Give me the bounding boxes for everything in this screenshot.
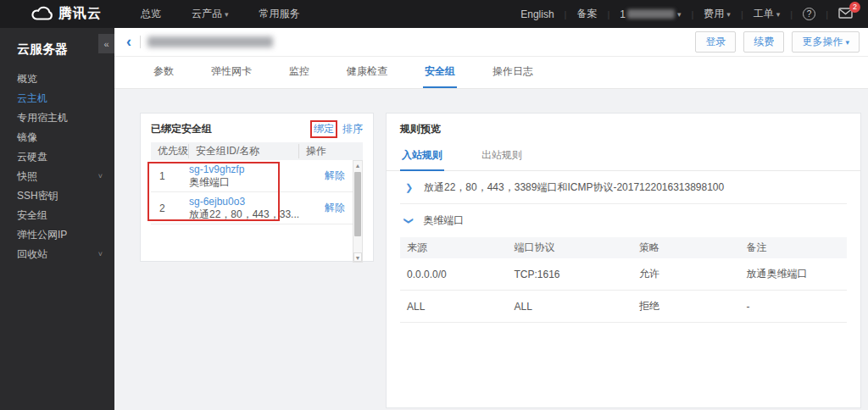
detail-tabs: 参数 弹性网卡 监控 健康检查 安全组 操作日志 <box>114 57 868 88</box>
sg-id-link[interactable]: sg-1v9ghzfp <box>189 163 244 175</box>
beian-link[interactable]: 备案 <box>576 7 597 21</box>
tab-operation-log[interactable]: 操作日志 <box>491 57 535 88</box>
rules-table-header: 来源 端口协议 策略 备注 <box>400 237 847 258</box>
separator: | <box>790 9 793 19</box>
sidebar-item-cvm[interactable]: 云主机 <box>0 89 114 108</box>
ticket-menu[interactable]: 工单▾ <box>754 7 781 21</box>
topbar: 腾讯云 总览 云产品▾ 常用服务 English | 备案 | 1 ▾ | 费用… <box>0 0 868 28</box>
cloud-icon <box>31 5 58 24</box>
scroll-up-icon[interactable]: ▲ <box>353 161 362 170</box>
rule-note: - <box>739 301 846 313</box>
renew-button[interactable]: 续费 <box>743 31 784 53</box>
bound-panel-links: 绑定 排序 <box>310 120 363 138</box>
account-redacted <box>627 9 675 19</box>
bound-sg-table: 优先级 安全组ID/名称 操作 1 sg-1v9ghzfp 奥维端口 解除 2 <box>151 142 363 263</box>
sidebar-item-security-group[interactable]: 安全组 <box>0 206 114 225</box>
nav-overview[interactable]: 总览 <box>141 7 161 21</box>
scroll-down-icon[interactable]: ▼ <box>353 252 362 262</box>
tab-parameters[interactable]: 参数 <box>152 57 175 88</box>
sidebar-item-recycle-bin[interactable]: 回收站˅ <box>0 245 114 264</box>
chevron-down-icon: ❯ <box>403 217 415 224</box>
rule-source: ALL <box>400 301 507 313</box>
divider <box>140 36 141 48</box>
logo-text: 腾讯云 <box>58 5 102 23</box>
sidebar-item-eip[interactable]: 弹性公网IP <box>0 225 114 245</box>
caret-down-icon: ▾ <box>225 10 229 19</box>
unbind-link[interactable]: 解除 <box>325 202 345 213</box>
caret-down-icon: ▾ <box>845 38 849 47</box>
rule-port: TCP:1616 <box>507 269 632 280</box>
rule-group-expanded[interactable]: ❯ 奥维端口 <box>400 204 847 237</box>
topbar-right: English | 备案 | 1 ▾ | 费用▾ | 工单▾ | ? | 2 <box>520 7 853 21</box>
priority-value: 2 <box>151 202 189 214</box>
col-sg-id-name: 安全组ID/名称 <box>189 144 299 158</box>
rule-policy: 允许 <box>632 267 739 281</box>
sort-link[interactable]: 排序 <box>342 122 363 136</box>
rule-policy: 拒绝 <box>632 299 739 313</box>
col-source: 来源 <box>400 241 507 255</box>
rule-group-collapsed[interactable]: ❯ 放通22，80，443，3389端口和ICMP协议-201712201631… <box>400 171 847 204</box>
billing-menu[interactable]: 费用▾ <box>704 7 731 21</box>
scrollbar-thumb[interactable] <box>354 172 361 236</box>
sg-id-link[interactable]: sg-6ejbu0o3 <box>189 196 245 208</box>
chevron-down-icon: ˅ <box>98 167 103 186</box>
message-count-badge: 2 <box>849 2 860 13</box>
chevron-down-icon: ˅ <box>98 245 103 264</box>
sidebar-item-images[interactable]: 镜像 <box>0 128 114 147</box>
rule-group-name: 放通22，80，443，3389端口和ICMP协议-20171220163138… <box>424 180 724 195</box>
tab-inbound-rules[interactable]: 入站规则 <box>400 141 444 171</box>
sidebar-item-ssh-key[interactable]: SSH密钥 <box>0 186 114 206</box>
col-note: 备注 <box>739 241 846 255</box>
nav-common-services[interactable]: 常用服务 <box>259 7 300 21</box>
bound-panel-title: 已绑定安全组 <box>151 122 212 136</box>
col-policy: 策略 <box>632 241 739 255</box>
instance-detail-header: ‹ 登录 续费 更多操作▾ 参数 弹性网卡 监控 健康检查 安全组 操作日志 <box>114 28 868 89</box>
sidebar-item-overview[interactable]: 概览 <box>0 69 114 89</box>
rules-tabs: 入站规则 出站规则 <box>387 141 860 171</box>
back-button[interactable]: ‹ <box>126 34 131 49</box>
tab-monitor[interactable]: 监控 <box>287 57 311 88</box>
main-content: ‹ 登录 续费 更多操作▾ 参数 弹性网卡 监控 健康检查 安全组 操作日志 已… <box>114 28 868 410</box>
chevron-right-icon: ❯ <box>405 182 424 193</box>
account-menu[interactable]: 1 ▾ <box>620 8 681 20</box>
bound-panel-header: 已绑定安全组 绑定 排序 <box>141 114 373 142</box>
separator: | <box>607 9 609 19</box>
message-center[interactable]: 2 <box>838 8 853 21</box>
sg-name: 放通22，80，443，33... <box>189 208 299 220</box>
caret-down-icon: ▾ <box>726 10 731 19</box>
separator: | <box>565 9 567 19</box>
scrollbar[interactable]: ▲ ▼ <box>353 160 363 263</box>
tencent-cloud-logo[interactable]: 腾讯云 <box>31 5 102 24</box>
sidebar-collapse-button[interactable]: « <box>98 34 114 53</box>
separator: | <box>692 9 694 19</box>
rule-group-name: 奥维端口 <box>423 213 464 228</box>
sidebar-item-dedicated-host[interactable]: 专用宿主机 <box>0 108 114 128</box>
help-icon[interactable]: ? <box>803 8 815 20</box>
tab-outbound-rules[interactable]: 出站规则 <box>480 141 524 170</box>
caret-down-icon: ▾ <box>677 10 682 19</box>
instance-name-redacted <box>147 36 273 47</box>
rules-preview-panel: 规则预览 入站规则 出站规则 ❯ 放通22，80，443，3389端口和ICMP… <box>386 113 861 408</box>
header-buttons: 登录 续费 更多操作▾ <box>687 31 860 53</box>
tab-security-group[interactable]: 安全组 <box>423 57 457 88</box>
tab-health-check[interactable]: 健康检查 <box>345 57 389 88</box>
language-switch[interactable]: English <box>520 8 554 20</box>
col-priority: 优先级 <box>151 144 189 158</box>
sidebar-item-cloud-disk[interactable]: 云硬盘 <box>0 147 114 167</box>
sidebar-item-snapshot[interactable]: 快照˅ <box>0 167 114 186</box>
priority-value: 1 <box>151 170 189 182</box>
login-button[interactable]: 登录 <box>695 31 736 53</box>
nav-cloud-products[interactable]: 云产品▾ <box>192 7 229 21</box>
bind-link[interactable]: 绑定 <box>314 123 334 135</box>
table-row: 1 sg-1v9ghzfp 奥维端口 解除 <box>151 160 363 192</box>
tab-eni[interactable]: 弹性网卡 <box>209 57 253 88</box>
sidebar: « 云服务器 概览 云主机 专用宿主机 镜像 云硬盘 快照˅ SSH密钥 安全组… <box>0 28 114 410</box>
unbind-link[interactable]: 解除 <box>325 169 345 181</box>
table-row: 0.0.0.0/0 TCP:1616 允许 放通奥维端口 <box>400 258 847 291</box>
title-row: ‹ 登录 续费 更多操作▾ <box>114 28 868 57</box>
annotation-box-bind: 绑定 <box>310 120 337 138</box>
bound-sg-table-header: 优先级 安全组ID/名称 操作 <box>151 142 363 160</box>
more-actions-button[interactable]: 更多操作▾ <box>792 31 860 53</box>
separator: | <box>741 9 743 19</box>
bound-security-groups-panel: 已绑定安全组 绑定 排序 优先级 安全组ID/名称 操作 1 sg-1v9ghz… <box>140 113 374 262</box>
